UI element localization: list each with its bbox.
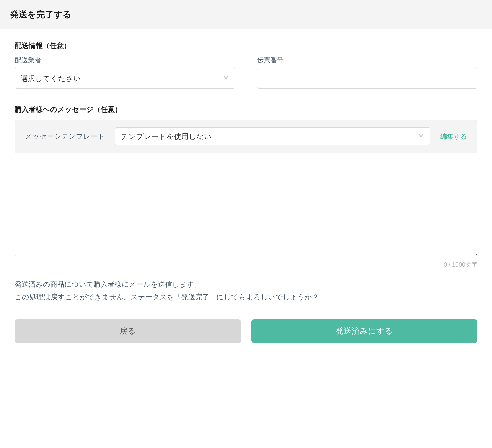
template-select[interactable]: テンプレートを使用しない	[115, 127, 430, 145]
submit-button[interactable]: 発送済みにする	[251, 319, 478, 343]
tracking-field: 伝票番号	[257, 56, 478, 89]
template-label: メッセージテンプレート	[25, 132, 105, 141]
tracking-label: 伝票番号	[257, 56, 478, 65]
page-content: 配送情報（任意） 配送業者 選択してください 伝票番号 購入者様へのメッセージ（…	[0, 29, 492, 358]
tracking-input[interactable]	[257, 68, 478, 89]
carrier-select-wrap: 選択してください	[15, 68, 235, 89]
template-select-wrap: テンプレートを使用しない	[115, 127, 430, 145]
carrier-label: 配送業者	[15, 56, 235, 65]
edit-template-link[interactable]: 編集する	[440, 132, 467, 141]
template-bar: メッセージテンプレート テンプレートを使用しない 編集する	[15, 120, 477, 153]
confirm-line2: この処理は戻すことができません。ステータスを「発送完了」にしてもよろしいでしょう…	[15, 293, 319, 301]
carrier-field: 配送業者 選択してください	[15, 56, 235, 89]
back-button[interactable]: 戻る	[15, 319, 241, 343]
confirm-line1: 発送済みの商品について購入者様にメールを送信します。	[15, 280, 201, 288]
message-textarea[interactable]	[15, 153, 477, 256]
shipping-fields-row: 配送業者 選択してください 伝票番号	[15, 56, 477, 89]
button-row: 戻る 発送済みにする	[15, 319, 477, 343]
shipping-section-title: 配送情報（任意）	[15, 41, 477, 50]
char-count: 0 / 1000文字	[15, 261, 477, 269]
confirm-text: 発送済みの商品について購入者様にメールを送信します。 この処理は戻すことができま…	[15, 278, 477, 303]
page-header: 発送を完了する	[0, 0, 492, 29]
carrier-select[interactable]: 選択してください	[15, 68, 235, 89]
message-section-title: 購入者様へのメッセージ（任意）	[15, 105, 477, 114]
page-title: 発送を完了する	[10, 9, 482, 20]
